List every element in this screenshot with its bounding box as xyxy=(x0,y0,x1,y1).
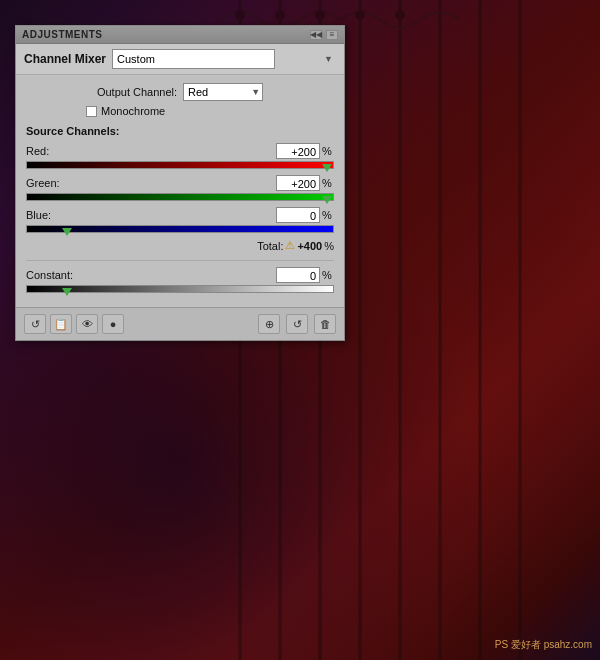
add-button[interactable]: ⊕ xyxy=(258,314,280,334)
constant-top: Constant: 0 % xyxy=(26,267,334,283)
output-channel-select[interactable]: Red Green Blue xyxy=(183,83,263,101)
warning-icon: ⚠ xyxy=(285,239,295,252)
red-slider-handle[interactable] xyxy=(322,164,332,172)
green-channel-row: Green: +200 % xyxy=(26,175,334,201)
svg-point-10 xyxy=(315,10,325,20)
dot-icon: ● xyxy=(110,318,117,330)
green-channel-value-group: +200 % xyxy=(276,175,334,191)
reset-icon: ↺ xyxy=(31,318,40,331)
constant-slider-track[interactable] xyxy=(26,285,334,293)
svg-point-11 xyxy=(355,10,365,20)
delete-icon: 🗑 xyxy=(320,318,331,330)
blue-channel-value[interactable]: 0 xyxy=(276,207,320,223)
green-channel-top: Green: +200 % xyxy=(26,175,334,191)
output-channel-label: Output Channel: xyxy=(97,86,177,98)
panel-footer: ↺ 📋 👁 ● ⊕ ↺ 🗑 xyxy=(16,307,344,340)
preset-select-wrapper: Custom Default Black & White with Red Fi… xyxy=(112,49,336,69)
new-preset-button[interactable]: 📋 xyxy=(50,314,72,334)
blue-channel-top: Blue: 0 % xyxy=(26,207,334,223)
add-icon: ⊕ xyxy=(265,318,274,331)
green-channel-name: Green: xyxy=(26,177,66,189)
red-channel-row: Red: +200 % xyxy=(26,143,334,169)
blue-channel-value-group: 0 % xyxy=(276,207,334,223)
blue-channel-name: Blue: xyxy=(26,209,66,221)
red-channel-value[interactable]: +200 xyxy=(276,143,320,159)
refresh-icon: ↺ xyxy=(293,318,302,331)
constant-slider-handle[interactable] xyxy=(62,288,72,296)
panel-header: Channel Mixer Custom Default Black & Whi… xyxy=(16,44,344,75)
red-channel-top: Red: +200 % xyxy=(26,143,334,159)
delete-button[interactable]: 🗑 xyxy=(314,314,336,334)
refresh-button[interactable]: ↺ xyxy=(286,314,308,334)
adjustments-panel: ADJUSTMENTS ◀◀ ≡ Channel Mixer Custom De… xyxy=(15,25,345,341)
panel-header-title: Channel Mixer xyxy=(24,52,106,66)
panel-body: Output Channel: Red Green Blue ▼ Monochr… xyxy=(16,75,344,307)
watermark-text: PS 爱好者 psahz.com xyxy=(495,639,592,650)
total-value: +400 xyxy=(297,240,322,252)
svg-point-9 xyxy=(275,10,285,20)
total-percent: % xyxy=(324,240,334,252)
preset-select[interactable]: Custom Default Black & White with Red Fi… xyxy=(112,49,275,69)
blue-slider-handle[interactable] xyxy=(62,228,72,236)
eye-icon: 👁 xyxy=(82,318,93,330)
constant-value-group: 0 % xyxy=(276,267,334,283)
green-slider-handle[interactable] xyxy=(322,196,332,204)
output-channel-select-wrapper: Red Green Blue ▼ xyxy=(183,83,263,101)
monochrome-checkbox[interactable] xyxy=(86,106,97,117)
red-channel-name: Red: xyxy=(26,145,66,157)
total-row: Total: ⚠ +400 % xyxy=(26,239,334,252)
source-channels-title: Source Channels: xyxy=(26,125,334,137)
output-channel-row: Output Channel: Red Green Blue ▼ xyxy=(26,83,334,101)
constant-row: Constant: 0 % xyxy=(26,267,334,293)
green-channel-percent: % xyxy=(322,177,334,189)
total-label: Total: xyxy=(257,240,283,252)
new-preset-icon: 📋 xyxy=(54,318,68,331)
constant-value[interactable]: 0 xyxy=(276,267,320,283)
preset-dropdown-arrow: ▼ xyxy=(324,54,333,64)
toggle-visibility-button[interactable]: 👁 xyxy=(76,314,98,334)
blue-channel-row: Blue: 0 % xyxy=(26,207,334,233)
blue-channel-percent: % xyxy=(322,209,334,221)
constant-name: Constant: xyxy=(26,269,66,281)
collapse-button[interactable]: ◀◀ xyxy=(310,30,322,40)
green-slider-track[interactable] xyxy=(26,193,334,201)
footer-left: ↺ 📋 👁 ● xyxy=(24,314,124,334)
svg-point-12 xyxy=(395,10,405,20)
reset-button[interactable]: ↺ xyxy=(24,314,46,334)
titlebar-controls: ◀◀ ≡ xyxy=(310,30,338,40)
divider xyxy=(26,260,334,261)
panel-title: ADJUSTMENTS xyxy=(22,29,103,40)
footer-right: ⊕ ↺ 🗑 xyxy=(258,314,336,334)
red-slider-track[interactable] xyxy=(26,161,334,169)
constant-percent: % xyxy=(322,269,334,281)
monochrome-row: Monochrome xyxy=(26,105,334,117)
menu-button[interactable]: ≡ xyxy=(326,30,338,40)
red-channel-percent: % xyxy=(322,145,334,157)
svg-point-8 xyxy=(235,10,245,20)
blue-slider-track[interactable] xyxy=(26,225,334,233)
green-channel-value[interactable]: +200 xyxy=(276,175,320,191)
monochrome-label: Monochrome xyxy=(101,105,165,117)
watermark: PS 爱好者 psahz.com xyxy=(495,638,592,652)
red-channel-value-group: +200 % xyxy=(276,143,334,159)
panel-titlebar: ADJUSTMENTS ◀◀ ≡ xyxy=(16,26,344,44)
dot-button[interactable]: ● xyxy=(102,314,124,334)
